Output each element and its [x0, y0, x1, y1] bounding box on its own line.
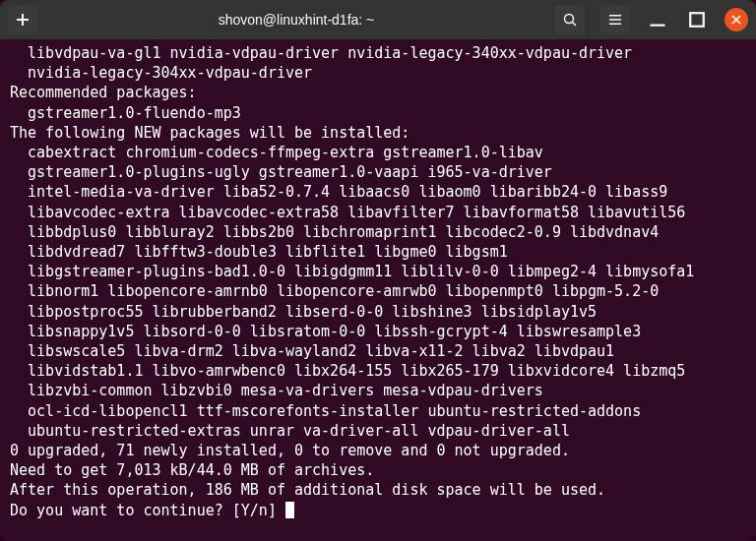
svg-rect-2 [609, 15, 621, 17]
search-button[interactable] [555, 5, 585, 34]
window-title: shovon@linuxhint-d1fa: ~ [45, 12, 547, 28]
search-icon [562, 12, 578, 28]
svg-rect-6 [690, 13, 704, 27]
terminal-cursor [285, 502, 294, 518]
new-tab-button[interactable] [8, 5, 37, 34]
plus-icon [15, 12, 31, 28]
svg-rect-5 [651, 25, 665, 27]
svg-line-1 [573, 23, 577, 27]
minimize-button[interactable] [646, 8, 669, 31]
svg-rect-3 [609, 19, 621, 21]
close-button[interactable] [724, 8, 748, 31]
minimize-icon [646, 8, 669, 31]
terminal-output: libvdpau-va-gl1 nvidia-vdpau-driver nvid… [10, 44, 694, 519]
svg-rect-4 [609, 24, 621, 26]
terminal-window: shovon@linuxhint-d1fa: ~ [0, 0, 756, 541]
svg-point-0 [565, 15, 574, 24]
terminal-content[interactable]: libvdpau-va-gl1 nvidia-vdpau-driver nvid… [0, 39, 756, 541]
maximize-icon [685, 8, 709, 31]
menu-button[interactable] [600, 5, 630, 34]
titlebar: shovon@linuxhint-d1fa: ~ [0, 0, 756, 39]
hamburger-icon [607, 12, 623, 28]
close-icon [731, 15, 741, 25]
maximize-button[interactable] [685, 8, 709, 31]
